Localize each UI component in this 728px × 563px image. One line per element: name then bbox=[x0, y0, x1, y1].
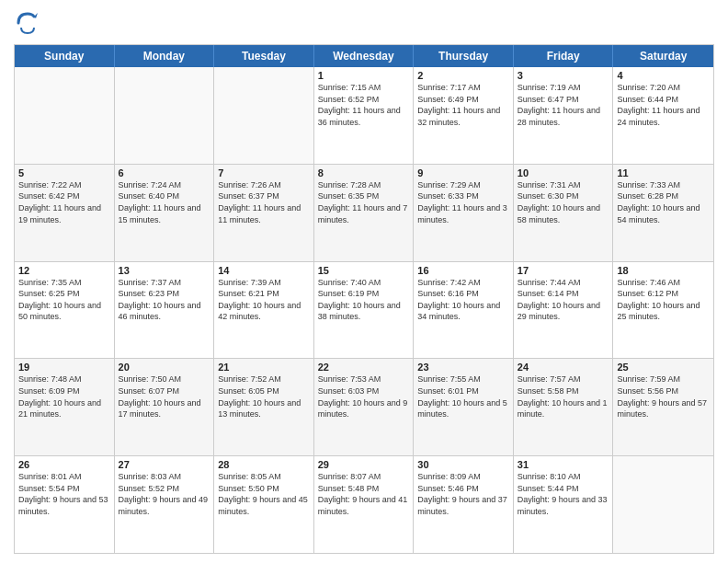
logo bbox=[14, 9, 45, 37]
day-number: 23 bbox=[417, 362, 509, 373]
day-info: Sunrise: 7:52 AM Sunset: 6:05 PM Dayligh… bbox=[218, 373, 310, 419]
day-cell-7: 7Sunrise: 7:26 AM Sunset: 6:37 PM Daylig… bbox=[214, 165, 314, 261]
day-info: Sunrise: 7:37 AM Sunset: 6:23 PM Dayligh… bbox=[119, 277, 210, 323]
day-cell-4: 4Sunrise: 7:20 AM Sunset: 6:44 PM Daylig… bbox=[613, 67, 713, 164]
day-cell-17: 17Sunrise: 7:44 AM Sunset: 6:14 PM Dayli… bbox=[514, 262, 614, 359]
day-cell-19: 19Sunrise: 7:48 AM Sunset: 6:09 PM Dayli… bbox=[15, 359, 115, 455]
day-number: 15 bbox=[318, 265, 410, 276]
day-number: 20 bbox=[119, 362, 210, 373]
week-row-4: 19Sunrise: 7:48 AM Sunset: 6:09 PM Dayli… bbox=[15, 358, 713, 455]
day-info: Sunrise: 7:35 AM Sunset: 6:25 PM Dayligh… bbox=[18, 277, 110, 323]
day-number: 3 bbox=[518, 70, 609, 81]
day-info: Sunrise: 7:24 AM Sunset: 6:40 PM Dayligh… bbox=[119, 179, 210, 225]
day-number: 7 bbox=[218, 167, 310, 178]
day-info: Sunrise: 8:07 AM Sunset: 5:48 PM Dayligh… bbox=[318, 471, 410, 517]
day-cell-18: 18Sunrise: 7:46 AM Sunset: 6:12 PM Dayli… bbox=[613, 262, 713, 359]
day-cell-9: 9Sunrise: 7:29 AM Sunset: 6:33 PM Daylig… bbox=[414, 165, 514, 261]
day-number: 4 bbox=[617, 70, 710, 81]
day-number: 24 bbox=[518, 362, 609, 373]
calendar: SundayMondayTuesdayWednesdayThursdayFrid… bbox=[14, 44, 714, 554]
day-cell-22: 22Sunrise: 7:53 AM Sunset: 6:03 PM Dayli… bbox=[314, 359, 415, 455]
day-info: Sunrise: 7:17 AM Sunset: 6:49 PM Dayligh… bbox=[417, 82, 509, 128]
day-number: 8 bbox=[318, 167, 410, 178]
day-info: Sunrise: 7:50 AM Sunset: 6:07 PM Dayligh… bbox=[119, 373, 210, 419]
day-info: Sunrise: 7:42 AM Sunset: 6:16 PM Dayligh… bbox=[417, 277, 509, 323]
day-number: 22 bbox=[318, 362, 410, 373]
day-info: Sunrise: 7:26 AM Sunset: 6:37 PM Dayligh… bbox=[218, 179, 310, 225]
day-cell-31: 31Sunrise: 8:10 AM Sunset: 5:44 PM Dayli… bbox=[514, 456, 614, 553]
day-info: Sunrise: 7:15 AM Sunset: 6:52 PM Dayligh… bbox=[318, 82, 410, 128]
day-cell-21: 21Sunrise: 7:52 AM Sunset: 6:05 PM Dayli… bbox=[214, 359, 314, 455]
day-number: 9 bbox=[417, 167, 509, 178]
day-cell-1: 1Sunrise: 7:15 AM Sunset: 6:52 PM Daylig… bbox=[314, 67, 415, 164]
day-cell-24: 24Sunrise: 7:57 AM Sunset: 5:58 PM Dayli… bbox=[514, 359, 614, 455]
day-cell-empty-2 bbox=[214, 67, 314, 164]
day-cell-28: 28Sunrise: 8:05 AM Sunset: 5:50 PM Dayli… bbox=[214, 456, 314, 553]
day-cell-10: 10Sunrise: 7:31 AM Sunset: 6:30 PM Dayli… bbox=[514, 165, 614, 261]
day-info: Sunrise: 7:22 AM Sunset: 6:42 PM Dayligh… bbox=[18, 179, 110, 225]
header bbox=[14, 9, 714, 37]
day-header-tuesday: Tuesday bbox=[214, 45, 314, 67]
day-number: 2 bbox=[417, 70, 509, 81]
day-cell-5: 5Sunrise: 7:22 AM Sunset: 6:42 PM Daylig… bbox=[15, 165, 115, 261]
day-number: 25 bbox=[617, 362, 710, 373]
day-info: Sunrise: 7:46 AM Sunset: 6:12 PM Dayligh… bbox=[617, 277, 710, 323]
day-info: Sunrise: 7:31 AM Sunset: 6:30 PM Dayligh… bbox=[518, 179, 609, 225]
day-cell-29: 29Sunrise: 8:07 AM Sunset: 5:48 PM Dayli… bbox=[314, 456, 415, 553]
week-row-5: 26Sunrise: 8:01 AM Sunset: 5:54 PM Dayli… bbox=[15, 455, 713, 553]
day-number: 17 bbox=[518, 265, 609, 276]
day-info: Sunrise: 7:55 AM Sunset: 6:01 PM Dayligh… bbox=[417, 373, 509, 419]
day-number: 26 bbox=[18, 459, 110, 470]
day-info: Sunrise: 7:57 AM Sunset: 5:58 PM Dayligh… bbox=[518, 373, 609, 419]
day-cell-12: 12Sunrise: 7:35 AM Sunset: 6:25 PM Dayli… bbox=[15, 262, 115, 359]
day-cell-3: 3Sunrise: 7:19 AM Sunset: 6:47 PM Daylig… bbox=[514, 67, 614, 164]
day-info: Sunrise: 8:10 AM Sunset: 5:44 PM Dayligh… bbox=[518, 471, 609, 517]
day-number: 5 bbox=[18, 167, 110, 178]
day-cell-23: 23Sunrise: 7:55 AM Sunset: 6:01 PM Dayli… bbox=[414, 359, 514, 455]
day-header-sunday: Sunday bbox=[15, 45, 115, 67]
day-info: Sunrise: 7:33 AM Sunset: 6:28 PM Dayligh… bbox=[617, 179, 710, 225]
day-header-wednesday: Wednesday bbox=[314, 45, 415, 67]
day-number: 30 bbox=[417, 459, 509, 470]
day-header-thursday: Thursday bbox=[414, 45, 514, 67]
page-container: SundayMondayTuesdayWednesdayThursdayFrid… bbox=[0, 0, 728, 563]
day-number: 6 bbox=[119, 167, 210, 178]
day-number: 18 bbox=[617, 265, 710, 276]
logo-icon bbox=[14, 9, 41, 37]
day-number: 21 bbox=[218, 362, 310, 373]
day-info: Sunrise: 7:29 AM Sunset: 6:33 PM Dayligh… bbox=[417, 179, 509, 225]
day-cell-6: 6Sunrise: 7:24 AM Sunset: 6:40 PM Daylig… bbox=[115, 165, 215, 261]
week-row-2: 5Sunrise: 7:22 AM Sunset: 6:42 PM Daylig… bbox=[15, 164, 713, 261]
weeks: 1Sunrise: 7:15 AM Sunset: 6:52 PM Daylig… bbox=[15, 67, 713, 553]
day-info: Sunrise: 7:48 AM Sunset: 6:09 PM Dayligh… bbox=[18, 373, 110, 419]
day-cell-empty-0 bbox=[15, 67, 115, 164]
day-number: 16 bbox=[417, 265, 509, 276]
day-info: Sunrise: 7:40 AM Sunset: 6:19 PM Dayligh… bbox=[318, 277, 410, 323]
day-cell-2: 2Sunrise: 7:17 AM Sunset: 6:49 PM Daylig… bbox=[414, 67, 514, 164]
day-cell-8: 8Sunrise: 7:28 AM Sunset: 6:35 PM Daylig… bbox=[314, 165, 415, 261]
day-number: 27 bbox=[119, 459, 210, 470]
day-info: Sunrise: 7:28 AM Sunset: 6:35 PM Dayligh… bbox=[318, 179, 410, 225]
day-number: 12 bbox=[18, 265, 110, 276]
day-info: Sunrise: 8:01 AM Sunset: 5:54 PM Dayligh… bbox=[18, 471, 110, 517]
day-header-saturday: Saturday bbox=[613, 45, 713, 67]
day-info: Sunrise: 7:19 AM Sunset: 6:47 PM Dayligh… bbox=[518, 82, 609, 128]
day-info: Sunrise: 8:03 AM Sunset: 5:52 PM Dayligh… bbox=[119, 471, 210, 517]
day-cell-11: 11Sunrise: 7:33 AM Sunset: 6:28 PM Dayli… bbox=[613, 165, 713, 261]
day-cell-empty-6 bbox=[613, 456, 713, 553]
day-cell-27: 27Sunrise: 8:03 AM Sunset: 5:52 PM Dayli… bbox=[115, 456, 215, 553]
day-cell-empty-1 bbox=[115, 67, 215, 164]
day-cell-16: 16Sunrise: 7:42 AM Sunset: 6:16 PM Dayli… bbox=[414, 262, 514, 359]
day-info: Sunrise: 7:20 AM Sunset: 6:44 PM Dayligh… bbox=[617, 82, 710, 128]
day-number: 29 bbox=[318, 459, 410, 470]
day-header-monday: Monday bbox=[115, 45, 215, 67]
day-info: Sunrise: 8:05 AM Sunset: 5:50 PM Dayligh… bbox=[218, 471, 310, 517]
day-headers: SundayMondayTuesdayWednesdayThursdayFrid… bbox=[15, 45, 713, 67]
day-number: 11 bbox=[617, 167, 710, 178]
day-number: 10 bbox=[518, 167, 609, 178]
day-number: 19 bbox=[18, 362, 110, 373]
day-cell-14: 14Sunrise: 7:39 AM Sunset: 6:21 PM Dayli… bbox=[214, 262, 314, 359]
day-number: 1 bbox=[318, 70, 410, 81]
day-header-friday: Friday bbox=[514, 45, 614, 67]
day-number: 31 bbox=[518, 459, 609, 470]
